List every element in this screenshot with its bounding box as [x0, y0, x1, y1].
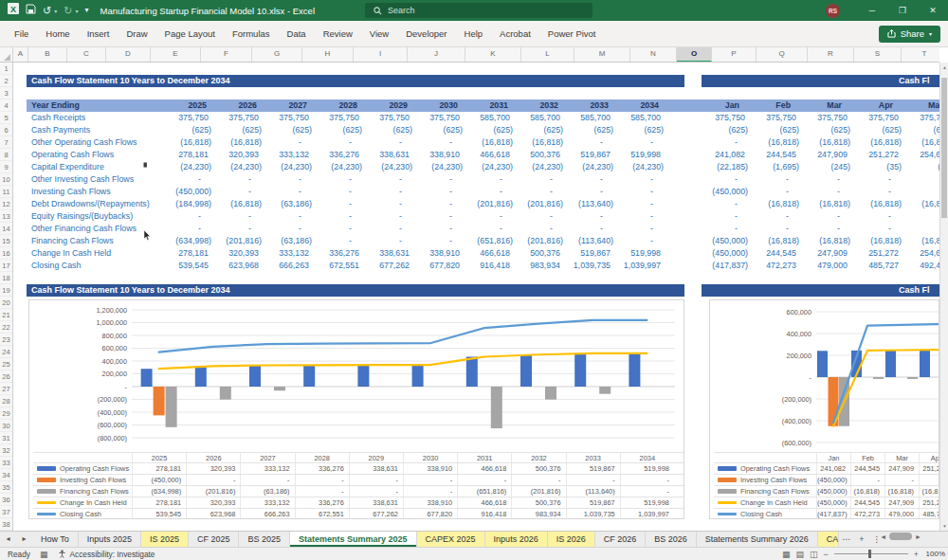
cell[interactable]: (24,230) [465, 161, 515, 173]
cell[interactable]: 666,263 [264, 260, 314, 272]
cell[interactable]: (16,818) [801, 136, 852, 149]
cell[interactable]: - [314, 198, 364, 210]
close-button[interactable]: ✕ [918, 0, 948, 21]
cell[interactable]: - [801, 186, 852, 198]
cell[interactable]: 375,750 [801, 112, 852, 124]
cell[interactable]: - [414, 210, 465, 223]
cell[interactable]: - [903, 223, 939, 235]
cell[interactable]: 983,934 [515, 260, 565, 272]
cell[interactable]: - [465, 186, 515, 198]
ribbon-tab-formulas[interactable]: Formulas [224, 25, 279, 43]
column-header-g[interactable]: G [252, 47, 302, 63]
cell[interactable]: (625) [615, 124, 665, 136]
cell[interactable]: (625) [314, 124, 364, 136]
cell[interactable]: 916,418 [465, 260, 515, 272]
cell[interactable]: - [213, 173, 264, 186]
cell[interactable]: - [699, 198, 750, 210]
zoom-level[interactable]: 100% [924, 550, 945, 558]
ribbon-tab-data[interactable]: Data [279, 25, 315, 43]
column-header-h[interactable]: H [302, 47, 354, 63]
save-icon[interactable] [26, 0, 36, 21]
tab-scroll-left-icon[interactable]: ◄ [880, 533, 886, 540]
year-column-header[interactable]: 2030 [414, 99, 465, 112]
cell[interactable]: - [314, 235, 364, 247]
cell[interactable]: (24,230) [515, 161, 565, 173]
cell[interactable]: (16,818) [213, 198, 264, 210]
cell[interactable]: (1,695) [750, 161, 801, 173]
year-column-header[interactable]: 2025 [163, 99, 213, 112]
cell[interactable]: 251,272 [852, 149, 903, 161]
cell[interactable]: - [801, 210, 852, 223]
cell[interactable]: 333,132 [264, 149, 314, 161]
cell[interactable]: - [565, 186, 615, 198]
column-header-t[interactable]: T [902, 47, 939, 63]
cell[interactable]: (63,186) [264, 198, 314, 210]
excel-app-icon[interactable]: X [8, 0, 19, 21]
cell[interactable]: - [314, 223, 364, 235]
month-column-header[interactable]: Feb [750, 99, 801, 112]
share-button[interactable]: Share ▾ [879, 26, 940, 43]
cell[interactable]: - [699, 173, 750, 186]
cell[interactable]: (16,818) [465, 136, 515, 149]
cell[interactable]: 333,132 [264, 247, 314, 260]
sheet-tab-is-2026[interactable]: IS 2026 [548, 532, 595, 547]
cell[interactable]: - [465, 173, 515, 186]
year-column-header[interactable]: 2028 [314, 99, 364, 112]
cell[interactable]: (63,186) [264, 235, 314, 247]
redo-caret-icon[interactable]: ▾ [75, 8, 78, 14]
row-header-26[interactable]: 26 [0, 370, 12, 383]
ribbon-tab-power-pivot[interactable]: Power Pivot [539, 25, 605, 43]
row-header-38[interactable]: 38 [0, 518, 12, 531]
cell[interactable]: (113,640) [565, 235, 615, 247]
year-column-header[interactable]: 2033 [565, 99, 615, 112]
cell[interactable]: - [414, 198, 465, 210]
cell[interactable]: 338,631 [364, 149, 414, 161]
cell[interactable]: (184,998) [163, 198, 213, 210]
cell[interactable]: 375,750 [314, 112, 364, 124]
row-header-11[interactable]: 11 [0, 186, 12, 198]
prev-sheet-icon[interactable]: ◂ [0, 532, 16, 547]
cell[interactable]: - [565, 173, 615, 186]
cell[interactable]: (625) [465, 124, 515, 136]
cell[interactable]: - [264, 223, 314, 235]
cell[interactable]: - [750, 186, 801, 198]
row-header-14[interactable]: 14 [0, 223, 12, 235]
column-header-s[interactable]: S [854, 47, 902, 63]
cell[interactable]: - [750, 223, 801, 235]
sheet-tab-is-2025[interactable]: IS 2025 [141, 532, 189, 547]
cell[interactable]: - [264, 186, 314, 198]
year-column-header[interactable]: 2031 [465, 99, 515, 112]
vertical-scrollbar[interactable]: ▲ ▼ [939, 63, 948, 531]
cell[interactable]: - [163, 173, 213, 186]
cell[interactable]: - [615, 235, 665, 247]
macro-record-icon[interactable]: ▦ [40, 550, 48, 559]
cell[interactable]: 254,636 [903, 149, 939, 161]
cell[interactable]: - [163, 223, 213, 235]
month-column-header[interactable]: May [903, 99, 939, 112]
cell[interactable]: (16,818) [801, 198, 852, 210]
cell[interactable]: (30) [903, 161, 939, 173]
cell[interactable]: (625) [364, 124, 414, 136]
cell[interactable]: (16,818) [750, 136, 801, 149]
cell[interactable]: 466,618 [465, 247, 515, 260]
cell[interactable]: 485,727 [852, 260, 903, 272]
cell[interactable]: 1,039,997 [615, 260, 665, 272]
cell[interactable]: 672,551 [314, 260, 364, 272]
row-header-5[interactable]: 5 [0, 112, 12, 124]
undo-icon[interactable]: ↺ [43, 0, 51, 21]
customize-qat-icon[interactable]: ▾ [84, 0, 88, 21]
cell[interactable]: (201,816) [515, 198, 565, 210]
cell[interactable]: (245) [801, 161, 852, 173]
column-header-n[interactable]: N [630, 47, 677, 63]
sheet-tab-cf-2026[interactable]: CF 2026 [595, 532, 647, 547]
cell[interactable]: (24,230) [615, 161, 665, 173]
year-column-header[interactable]: 2029 [364, 99, 414, 112]
cell[interactable]: 500,376 [515, 149, 565, 161]
cell[interactable]: 375,750 [364, 112, 414, 124]
row-header-21[interactable]: 21 [0, 309, 12, 321]
cell[interactable]: 254,636 [903, 247, 939, 260]
cell[interactable]: - [314, 173, 364, 186]
cell[interactable]: - [615, 173, 665, 186]
sheet-tab-bs-2025[interactable]: BS 2025 [239, 532, 290, 547]
cell[interactable]: 251,272 [852, 247, 903, 260]
